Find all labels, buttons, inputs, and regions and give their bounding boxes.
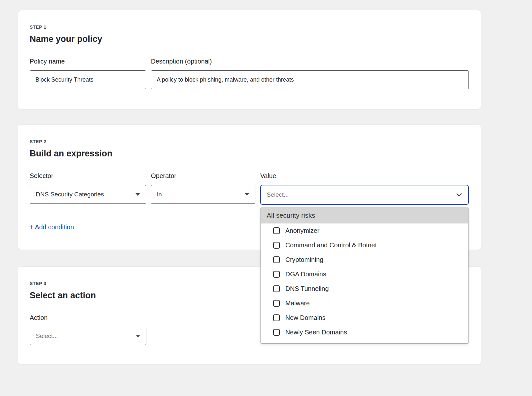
checkbox-icon[interactable] bbox=[273, 329, 280, 336]
dropdown-group-header[interactable]: All security risks bbox=[261, 207, 468, 223]
dropdown-option-label: Cryptomining bbox=[285, 256, 323, 263]
selector-field-group: Selector DNS Security Categories bbox=[30, 172, 146, 204]
dropdown-option-label: New Domains bbox=[285, 314, 325, 322]
step2-title: Build an expression bbox=[30, 149, 469, 159]
checkbox-icon[interactable] bbox=[273, 271, 280, 278]
step2-card: STEP 2 Build an expression Selector DNS … bbox=[18, 124, 481, 250]
value-dropdown-wrapper: Select... All security risks Anonymizer bbox=[260, 185, 469, 205]
value-dropdown-placeholder: Select... bbox=[267, 191, 289, 198]
action-field-group: Action Select... bbox=[30, 314, 146, 345]
dropdown-option[interactable]: Malware bbox=[261, 296, 468, 311]
policy-builder-page: STEP 1 Name your policy Policy name Desc… bbox=[0, 0, 532, 396]
caret-down-icon bbox=[135, 193, 140, 196]
operator-field-group: Operator in bbox=[151, 172, 255, 204]
dropdown-option-label: Anonymizer bbox=[285, 227, 320, 234]
dropdown-option[interactable]: Cryptomining bbox=[261, 252, 468, 267]
operator-dropdown-value: in bbox=[157, 191, 162, 198]
dropdown-option-label: Newly Seen Domains bbox=[285, 329, 347, 336]
selector-label: Selector bbox=[30, 172, 146, 180]
description-field-group: Description (optional) bbox=[151, 58, 469, 89]
value-dropdown-menu: All security risks Anonymizer Command an… bbox=[261, 207, 468, 344]
checkbox-icon[interactable] bbox=[273, 314, 280, 321]
chevron-down-icon bbox=[456, 192, 462, 198]
dropdown-option[interactable]: Command and Control & Botnet bbox=[261, 238, 468, 252]
operator-label: Operator bbox=[151, 172, 255, 180]
value-field-group: Value Select... All security risks Ano bbox=[260, 172, 469, 205]
step1-label: STEP 1 bbox=[30, 25, 469, 30]
dropdown-option-label: DNS Tunneling bbox=[285, 285, 329, 292]
dropdown-option-label: DGA Domains bbox=[285, 271, 326, 278]
selector-dropdown[interactable]: DNS Security Categories bbox=[30, 185, 146, 204]
dropdown-option[interactable]: DNS Tunneling bbox=[261, 282, 468, 296]
policy-name-input[interactable] bbox=[30, 70, 146, 89]
dropdown-option[interactable]: Anonymizer bbox=[261, 223, 468, 238]
checkbox-icon[interactable] bbox=[273, 227, 280, 234]
dropdown-option[interactable]: DGA Domains bbox=[261, 267, 468, 282]
dropdown-option-label: Malware bbox=[285, 300, 310, 307]
checkbox-icon[interactable] bbox=[273, 300, 280, 307]
value-label: Value bbox=[260, 172, 469, 180]
value-dropdown[interactable]: Select... bbox=[260, 185, 469, 205]
dropdown-option-label: Command and Control & Botnet bbox=[285, 242, 377, 249]
action-dropdown[interactable]: Select... bbox=[30, 327, 146, 345]
action-label: Action bbox=[30, 314, 146, 322]
checkbox-icon[interactable] bbox=[273, 256, 280, 263]
policy-name-label: Policy name bbox=[30, 58, 146, 65]
checkbox-icon[interactable] bbox=[273, 285, 280, 292]
policy-name-field-group: Policy name bbox=[30, 58, 146, 89]
dropdown-option[interactable]: New Domains bbox=[261, 311, 468, 325]
description-input[interactable] bbox=[151, 70, 469, 89]
step1-card: STEP 1 Name your policy Policy name Desc… bbox=[18, 10, 481, 109]
description-label: Description (optional) bbox=[151, 58, 469, 65]
selector-dropdown-value: DNS Security Categories bbox=[36, 191, 104, 198]
action-dropdown-placeholder: Select... bbox=[36, 332, 58, 340]
dropdown-option[interactable]: Newly Seen Domains bbox=[261, 325, 468, 340]
operator-dropdown[interactable]: in bbox=[151, 185, 255, 204]
step1-title: Name your policy bbox=[30, 34, 469, 44]
step2-label: STEP 2 bbox=[30, 139, 469, 144]
caret-down-icon bbox=[136, 335, 140, 337]
caret-down-icon bbox=[245, 193, 249, 196]
add-condition-link[interactable]: + Add condition bbox=[30, 223, 74, 231]
checkbox-icon[interactable] bbox=[273, 242, 280, 249]
